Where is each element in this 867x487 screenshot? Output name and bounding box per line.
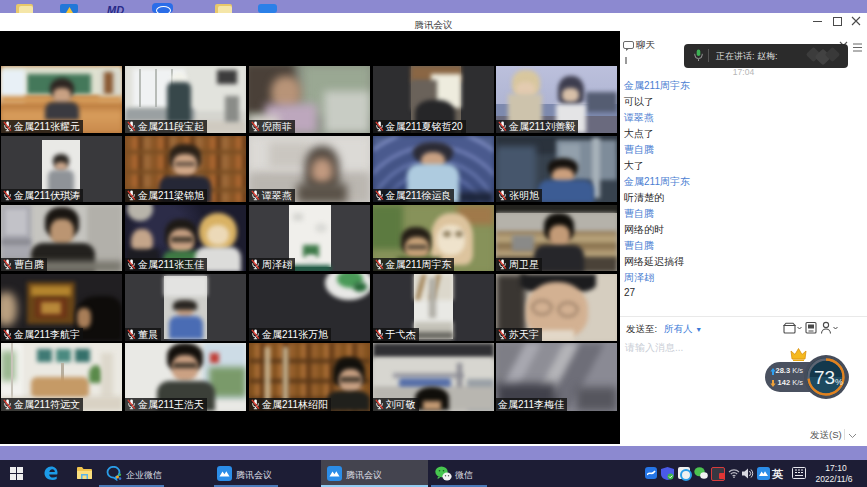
- svg-text:73: 73: [814, 367, 835, 388]
- svg-text:%: %: [835, 377, 843, 387]
